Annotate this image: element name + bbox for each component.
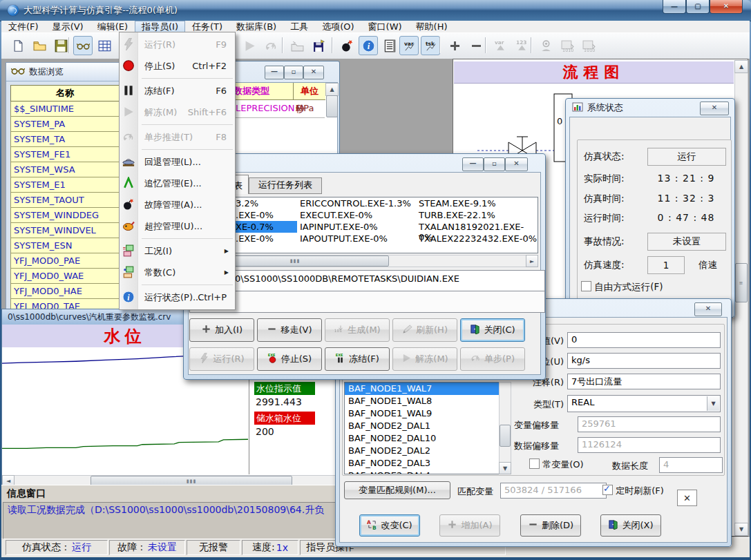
menu-item[interactable]: 解冻(M) Shift+F6 bbox=[120, 102, 235, 123]
menu-bar-item[interactable]: 工具 bbox=[283, 21, 315, 32]
toolbar-button[interactable] bbox=[287, 36, 307, 55]
task-button[interactable]: 101 生成(M) bbox=[325, 318, 390, 342]
toolbar-button[interactable]: tsk bbox=[421, 36, 440, 55]
task-path-field[interactable]: D:\SS1000\SS1000\SS1000DB\REMOTETASKS\DU… bbox=[189, 270, 545, 292]
value-field[interactable]: 0 bbox=[567, 332, 721, 348]
variable-row[interactable]: SYSTEM_ESN bbox=[10, 238, 120, 253]
variable-row[interactable]: YFJ_MOD0_WAE bbox=[10, 269, 120, 284]
variable-row[interactable]: $$_SIMUTIME bbox=[10, 102, 120, 117]
variable-list-item[interactable]: BAF_NODE2_DAL4 bbox=[345, 470, 511, 474]
task-button[interactable]: 解冻(M) bbox=[392, 347, 457, 371]
variable-list-item[interactable]: BAF_NODE1_WAL9 bbox=[345, 407, 511, 420]
variable-list-item[interactable]: BAF_NODE2_DAL10 bbox=[345, 432, 511, 445]
toolbar-button[interactable] bbox=[30, 36, 49, 55]
task-button[interactable]: 加入(I) bbox=[189, 318, 254, 342]
task-button[interactable]: EXE 冻结(F) bbox=[325, 347, 390, 371]
task-button[interactable]: EXE 停止(S) bbox=[257, 347, 322, 371]
scroll-up-button[interactable]: ▲ bbox=[325, 83, 339, 96]
variable-list-item[interactable]: BAF_NODE2_DAL2 bbox=[345, 445, 511, 457]
toolbar-button[interactable] bbox=[261, 36, 281, 55]
toolbar-button[interactable]: 10101 bbox=[579, 36, 598, 55]
process-row[interactable]: 3.2% ERICCONTROL.EXE-1.3% STEAM.EXE-9.1% bbox=[190, 197, 538, 209]
variable-row[interactable]: SYSTEM_PA bbox=[10, 117, 120, 132]
dialog-button[interactable]: AB 改变(C) bbox=[359, 514, 420, 537]
menu-item[interactable]: 回退管理(L)... bbox=[120, 151, 235, 173]
toolbar-button[interactable] bbox=[466, 36, 486, 55]
variable-list-item[interactable]: BAF_NODE2_DAL3 bbox=[345, 457, 511, 470]
speed-value[interactable]: 1 bbox=[647, 256, 685, 274]
toolbar-button[interactable]: i bbox=[359, 36, 378, 55]
maximize-button[interactable]: ▫ bbox=[484, 157, 505, 171]
menu-bar-item[interactable]: 数据库(B) bbox=[229, 21, 283, 32]
toolbar-button[interactable] bbox=[95, 36, 114, 55]
variable-row[interactable]: SYSTEM_WINDDEG bbox=[10, 208, 120, 223]
column-header-name[interactable]: 名称 bbox=[10, 85, 120, 102]
type-combobox[interactable]: REAL ▼ bbox=[567, 395, 721, 412]
chevron-down-icon[interactable]: ▼ bbox=[707, 396, 719, 411]
minimize-button[interactable]: — bbox=[663, 0, 686, 14]
menu-bar-item[interactable]: 文件(F) bbox=[1, 21, 46, 32]
menu-item[interactable]: 停止(S) Ctrl+F2 bbox=[120, 55, 235, 77]
menu-item[interactable]: 工况(I) bbox=[120, 240, 235, 262]
toolbar-button[interactable] bbox=[536, 36, 555, 55]
toolbar-button[interactable]: 10101 bbox=[558, 36, 577, 55]
task-button[interactable]: 移走(V) bbox=[257, 318, 322, 342]
menu-item[interactable]: 超控管理(U)... bbox=[120, 215, 235, 237]
process-row[interactable]: .EXE-0% IAPOUTPUT.EXE-0% TXALEX22232432.… bbox=[190, 233, 538, 244]
task-button[interactable]: 刷新(H) bbox=[392, 318, 457, 342]
toolbar-button[interactable] bbox=[309, 36, 328, 55]
variable-row[interactable]: SYSTEM_WSA bbox=[10, 162, 120, 177]
task-button[interactable]: 单步(P) bbox=[460, 347, 525, 371]
variable-row[interactable]: SYSTEM_FE1 bbox=[10, 147, 120, 162]
menu-item[interactable]: 追忆管理(E)... bbox=[120, 173, 235, 194]
variable-row[interactable]: SYSTEM_E1 bbox=[10, 177, 120, 193]
close-button[interactable]: ✕ bbox=[694, 302, 722, 316]
toolbar-button[interactable] bbox=[8, 36, 28, 55]
close-button[interactable]: ✕ bbox=[700, 102, 729, 115]
dialog-button[interactable]: 增加(A) bbox=[439, 514, 500, 537]
variable-list-item[interactable]: BAF_NODE2_DAL1 bbox=[345, 420, 511, 432]
free-run-checkbox[interactable] bbox=[581, 281, 591, 291]
scroll-down-button[interactable]: ▼ bbox=[499, 462, 511, 474]
dialog-button[interactable]: 删除(D) bbox=[520, 514, 581, 537]
close-button[interactable]: ✕ bbox=[710, 0, 743, 14]
close-button[interactable]: ✕ bbox=[505, 157, 528, 171]
toolbar-button[interactable] bbox=[380, 36, 399, 55]
variable-row[interactable]: SYSTEM_WINDVEL bbox=[10, 223, 120, 238]
variable-row[interactable]: YFJ_MOD0_HAE bbox=[10, 284, 120, 299]
menu-bar-item[interactable]: 窗口(W) bbox=[361, 21, 409, 32]
process-row[interactable]: .EXE-0% EXECUT.EXE-0% TURB.EXE-22.1% bbox=[190, 209, 538, 221]
menu-bar-item[interactable]: 显示(V) bbox=[46, 21, 91, 32]
task-server-field[interactable]: 服务器 bbox=[189, 291, 545, 313]
menu-bar-item[interactable]: 帮助(H) bbox=[409, 21, 455, 32]
menu-item[interactable]: 常数(C) bbox=[120, 262, 235, 283]
dialog-button[interactable]: 关闭(X) bbox=[600, 514, 661, 537]
variable-row[interactable]: SYSTEM_TA bbox=[10, 132, 120, 147]
scroll-thumb[interactable]: ≡ bbox=[735, 263, 748, 302]
task-button[interactable]: 运行(R) bbox=[189, 347, 254, 371]
match-rule-button[interactable]: 变量匹配规则(M)... bbox=[344, 481, 450, 499]
toolbar-button[interactable]: 123 bbox=[512, 36, 531, 55]
timer-refresh-checkbox[interactable] bbox=[602, 485, 613, 495]
menu-bar-item[interactable]: 指导员(I) bbox=[135, 21, 185, 32]
unit-field[interactable]: kg/s bbox=[567, 353, 721, 369]
menu-bar-item[interactable]: 编辑(E) bbox=[91, 21, 135, 32]
variable-row[interactable]: SYSTEM_TAOUT bbox=[10, 193, 120, 208]
menu-item[interactable]: 运行(R) F9 bbox=[120, 34, 235, 55]
minimize-button[interactable]: — bbox=[265, 66, 284, 79]
scroll-right-button[interactable]: ► bbox=[526, 255, 538, 267]
menu-bar-item[interactable]: 选项(O) bbox=[315, 21, 361, 32]
scroll-thumb[interactable] bbox=[326, 95, 338, 117]
maximize-button[interactable]: ▢ bbox=[686, 0, 710, 14]
process-row[interactable]: XE-0.7% IAPINPUT.EXE-0% TXALAN18192021.E… bbox=[190, 221, 538, 233]
toolbar-button[interactable] bbox=[337, 36, 357, 55]
variable-list-item[interactable]: BAF_NODE1_WAL8 bbox=[345, 395, 511, 407]
comment-field[interactable]: 7号出口流量 bbox=[567, 374, 721, 389]
toolbar-button[interactable]: var bbox=[399, 36, 419, 55]
menu-item[interactable]: 故障管理(A)... bbox=[120, 194, 235, 215]
toolbar-button[interactable] bbox=[445, 36, 464, 55]
variable-list-item[interactable]: BAF_NODE1_WAL7 bbox=[345, 383, 511, 395]
maximize-button[interactable]: ▫ bbox=[284, 66, 303, 79]
menu-item[interactable]: 冻结(F) F6 bbox=[120, 80, 235, 102]
scroll-up-button[interactable]: ▲ bbox=[734, 60, 748, 73]
